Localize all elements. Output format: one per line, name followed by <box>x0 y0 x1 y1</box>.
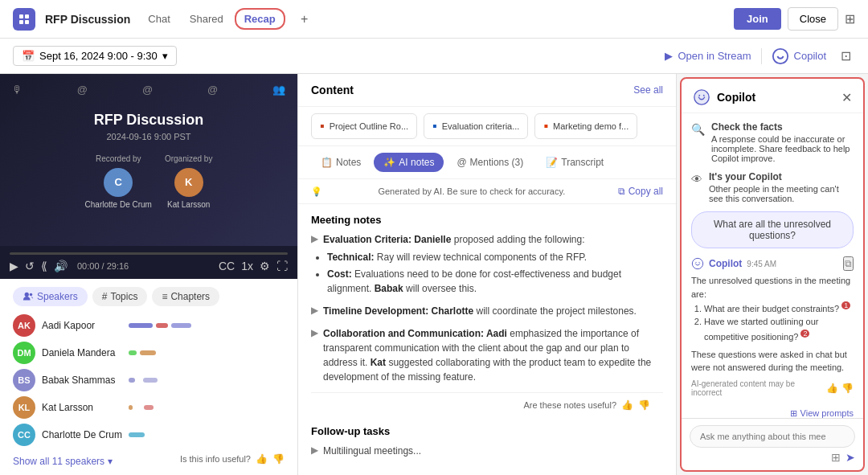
avatar-charlotte: C <box>104 168 133 197</box>
tab-shared[interactable]: Shared <box>182 8 231 30</box>
mentions-tab[interactable]: @ Mentions (3) <box>447 153 533 172</box>
note-header-2: ▶ Collaboration and Communication: Aadi … <box>311 326 663 384</box>
open-in-stream-button[interactable]: ▶ Open in Stream <box>665 50 751 62</box>
pop-out-button[interactable]: ⊡ <box>836 47 855 66</box>
topics-tab[interactable]: # Topics <box>92 287 148 306</box>
attach-button[interactable]: ⊞ <box>831 451 841 464</box>
ai-notice-text: Generated by AI. Be sure to check for ac… <box>378 186 565 196</box>
ai-disclaimer: AI-generated content may be incorrect 👍 … <box>691 379 854 397</box>
input-actions: ⊞ ➤ <box>690 451 855 464</box>
copilot-toolbar-button[interactable]: Copilot <box>772 47 826 65</box>
copilot-body: 🔍 Check the facts A response could be in… <box>682 113 863 418</box>
tab-chat[interactable]: Chat <box>140 8 178 30</box>
question-2: Have we started outlining our competitiv… <box>704 315 854 343</box>
transcript-tab[interactable]: 📝 Transcript <box>536 153 613 172</box>
speaker-avatar: BS <box>13 369 35 391</box>
speed-button[interactable]: 1x <box>241 260 253 272</box>
transcript-icon: 📝 <box>546 157 558 168</box>
question-1: What are their budget constraints? 1 <box>704 301 854 315</box>
thumbs-down-button[interactable]: 👎 <box>272 453 285 465</box>
ctrl-right: CC 1x ⚙ ⛶ <box>219 260 288 272</box>
copilot-input[interactable] <box>690 425 855 448</box>
svg-rect-0 <box>19 14 23 18</box>
pptx-icon: ▪ <box>320 119 325 133</box>
message-thumbs-up[interactable]: 👍 <box>826 383 838 394</box>
recorded-by-label: Recorded by <box>96 154 141 163</box>
copy-all-button[interactable]: ⧉ Copy all <box>618 186 663 197</box>
content-header: Content See all <box>298 74 676 107</box>
suggestion-bubble[interactable]: What are all the unresolved questions? <box>691 211 854 248</box>
tab-recap[interactable]: Recap <box>235 8 285 30</box>
ai-notice-icon: 💡 <box>311 186 322 197</box>
video-file-icon: ▪ <box>543 119 548 133</box>
time-display: 00:00 / 29:16 <box>77 261 129 271</box>
play-button[interactable]: ▶ <box>10 260 18 272</box>
copilot-message: Copilot 9:45 AM ⧉ The unresolved questio… <box>691 256 854 397</box>
file-name-0: Project Outline Ro... <box>330 121 408 131</box>
chapters-tab[interactable]: ≡ Chapters <box>152 287 219 306</box>
thumbs-up-button[interactable]: 👍 <box>256 453 268 465</box>
file-cards: ▪ Project Outline Ro... ▪ Evaluation cri… <box>298 107 676 146</box>
captions-button[interactable]: CC <box>219 260 235 272</box>
speaker-avatar: DM <box>13 342 35 364</box>
show-all-speakers-button[interactable]: Show all 11 speakers ▾ <box>13 456 113 467</box>
mic-icon: 🎙 <box>12 84 23 96</box>
file-name-2: Marketing demo f... <box>553 121 628 131</box>
section-title-2: Follow-up tasks <box>311 425 663 437</box>
note-item-2: ▶ Collaboration and Communication: Aadi … <box>311 326 663 384</box>
note-header-1: ▶ Timeline Development: Charlotte will c… <box>311 304 663 318</box>
view-prompts-button[interactable]: ⊞ View prompts <box>691 405 854 418</box>
add-tab-button[interactable]: + <box>295 10 314 29</box>
date-selector[interactable]: 📅 Sept 16, 2024 9:00 - 9:30 ▾ <box>13 46 177 66</box>
mute-button[interactable]: 🔊 <box>54 260 68 272</box>
avatar-kat: K <box>174 168 203 197</box>
send-button[interactable]: ➤ <box>845 451 855 464</box>
rewind-button[interactable]: ↺ <box>25 260 35 272</box>
expand-arrow-0[interactable]: ▶ <box>311 233 318 244</box>
ai-icon: ✨ <box>383 157 395 168</box>
fullscreen-button[interactable]: ⛶ <box>276 260 288 272</box>
video-icons-row: 🎙 @ @ @ 👥 <box>12 84 285 96</box>
file-card-0[interactable]: ▪ Project Outline Ro... <box>311 113 417 139</box>
follow-up-header: ▶ Multilingual meetings... <box>311 444 663 458</box>
follow-up-item: ▶ Multilingual meetings... <box>311 444 663 458</box>
speaker-avatar: CC <box>13 424 35 446</box>
settings-button[interactable]: ⚙ <box>260 260 270 272</box>
notes-tab[interactable]: 📋 Notes <box>311 153 371 172</box>
video-title: RFP Discussion <box>94 112 204 129</box>
notes-thumbs-down[interactable]: 👎 <box>638 399 650 411</box>
speakers-tab[interactable]: Speakers <box>13 287 88 306</box>
expand-arrow-1[interactable]: ▶ <box>311 305 318 316</box>
svg-point-13 <box>692 258 702 268</box>
svg-point-11 <box>698 95 700 96</box>
skip-back-button[interactable]: ⟪ <box>41 260 47 272</box>
avatar-group-kat: Organized by K Kat Larsson <box>165 154 212 209</box>
see-all-button[interactable]: See all <box>633 84 663 96</box>
ai-notes-tab[interactable]: ✨ AI notes <box>374 153 444 172</box>
svg-point-8 <box>30 293 33 297</box>
copilot-input-area: ⊞ ➤ <box>682 418 863 470</box>
controls-row: ▶ ↺ ⟪ 🔊 00:00 / 29:16 CC 1x ⚙ ⛶ <box>10 260 288 272</box>
file-card-2[interactable]: ▪ Marketing demo f... <box>534 113 637 139</box>
notes-thumbs-up[interactable]: 👍 <box>621 399 633 411</box>
eye-icon: 👁 <box>691 173 702 203</box>
check-facts-content: Check the facts A response could be inac… <box>711 121 854 163</box>
message-thumbs-down[interactable]: 👎 <box>841 383 854 394</box>
expand-arrow-3[interactable]: ▶ <box>311 444 318 456</box>
bullet-item-0: Technical: Ray will review technical com… <box>327 250 663 264</box>
screen-share-icon[interactable]: ⊞ <box>845 11 855 27</box>
speaker-bars <box>129 378 285 383</box>
file-card-1[interactable]: ▪ Evaluation criteria... <box>424 113 528 139</box>
join-button[interactable]: Join <box>734 8 781 30</box>
progress-bar[interactable] <box>10 252 288 255</box>
speaker-bars <box>129 432 285 437</box>
copilot-close-button[interactable]: ✕ <box>841 90 852 105</box>
copilot-panel: Copilot ✕ 🔍 Check the facts A response c… <box>680 77 865 472</box>
toolbar-divider <box>761 48 762 64</box>
note-item-1: ▶ Timeline Development: Charlotte will c… <box>311 304 663 318</box>
copy-message-button[interactable]: ⧉ <box>843 256 854 271</box>
expand-arrow-2[interactable]: ▶ <box>311 327 318 338</box>
speaker-bars <box>129 323 285 328</box>
copilot-title: Copilot <box>693 88 755 106</box>
close-button[interactable]: Close <box>788 7 838 31</box>
